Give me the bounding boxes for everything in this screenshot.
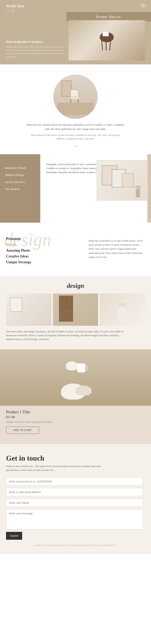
premium-item-2: Design (6, 242, 82, 247)
name-input[interactable] (6, 499, 143, 507)
product-price: $17.00 (6, 415, 145, 419)
hero-heading: Home design ideas & products (6, 40, 66, 44)
premium-left: design Premium Design Amazing Photo Crea… (6, 233, 82, 266)
premium-item-4: Creative Ideas (6, 254, 82, 258)
instagram-icon[interactable]: ◯ (11, 9, 14, 13)
section2-subtext: Your options for decorative accents are … (27, 133, 124, 140)
bowl-small (66, 361, 78, 370)
gallery-item-2 (53, 294, 98, 326)
contact-desc: Etiam sit amet consults erat - class apt… (6, 464, 107, 472)
sidebar-section: Bathroom Trends Modern Design Luxury Int… (0, 154, 151, 223)
logo-text: Nordic Style (6, 4, 24, 8)
premium-section: design Premium Design Amazing Photo Crea… (0, 223, 151, 276)
frame-scene (100, 163, 144, 198)
add-to-cart-button[interactable]: ADD TO CART (6, 426, 39, 434)
facebook-icon[interactable]: f (6, 9, 7, 13)
sidebar-content: Paragraph. Lorem ipsum dolor sit amet, c… (40, 154, 151, 223)
product-title: Product 1 Title (6, 410, 145, 414)
sidebar-item-modern-design[interactable]: Modern Design (5, 173, 35, 177)
product-desc: Sample email text. Lorem ipsum dolor sit… (6, 420, 145, 424)
premium-item-1: Premium (6, 237, 82, 241)
twitter-icon[interactable]: t (9, 9, 10, 13)
sidebar-item-our-awards[interactable]: Our Awards (5, 188, 35, 191)
premium-right-text: Dignissim suspendisse in est ante in nib… (88, 233, 145, 259)
sidebar-nav: Bathroom Trends Modern Design Luxury Int… (0, 154, 40, 223)
frame-image (97, 160, 147, 200)
premium-item-3: Amazing Photo (6, 248, 82, 253)
gallery-caption: Part home studio, part design consultanc… (6, 330, 127, 342)
gallery-section: design Part home studio, part design con… (0, 276, 151, 350)
premium-item-5: Unique Strategy (6, 260, 82, 264)
cup-product (77, 363, 85, 372)
hero-text-block: Home design ideas & products Sample text… (6, 40, 66, 58)
footer-note: Sample text. Click to select the text bo… (6, 544, 145, 546)
social-links: f t ◯ (6, 9, 24, 13)
circle-section: Material-wise, nautical decor incorporat… (0, 64, 151, 154)
chevron-icon[interactable]: »» (74, 144, 78, 148)
contact-title: Get in touch (6, 454, 145, 462)
gallery-item-1 (6, 294, 51, 326)
contact-form: Submit (6, 477, 143, 540)
gallery-title: design (6, 282, 145, 290)
email-input[interactable] (6, 488, 143, 496)
circle-image (53, 74, 98, 119)
contact-section: Get in touch Etiam sit amet consults era… (0, 444, 151, 554)
product-image (0, 349, 151, 406)
room-scene (58, 78, 94, 115)
menu-icon[interactable] (141, 4, 145, 7)
bowl-medium (76, 386, 92, 396)
stool-illustration (99, 30, 115, 50)
sidebar-item-bathroom-trends[interactable]: Bathroom Trends (5, 166, 35, 170)
gallery-grid (6, 294, 145, 326)
section2-quote: Material-wise, nautical decor incorporat… (25, 123, 126, 131)
hero-section: Nordic Style f t ◯ home decor Home desig… (0, 0, 151, 64)
gallery-item-3 (100, 294, 145, 326)
hero-image (68, 20, 145, 60)
premium-items: Premium Design Amazing Photo Creative Id… (6, 233, 82, 264)
sidebar-item-luxury-interiors[interactable]: Luxury Interiors (5, 180, 35, 184)
product-info: Product 1 Title $17.00 Sample email text… (0, 406, 151, 436)
message-input[interactable] (6, 509, 143, 530)
submit-button[interactable]: Submit (6, 532, 22, 540)
hero-body: Sample text. Lorem ipsum dolor sit amet,… (6, 45, 66, 58)
product-section: Product 1 Title $17.00 Sample email text… (0, 349, 151, 444)
logo: Nordic Style f t ◯ (6, 4, 24, 13)
accent-bar (148, 154, 151, 223)
phone-input[interactable] (6, 477, 143, 486)
